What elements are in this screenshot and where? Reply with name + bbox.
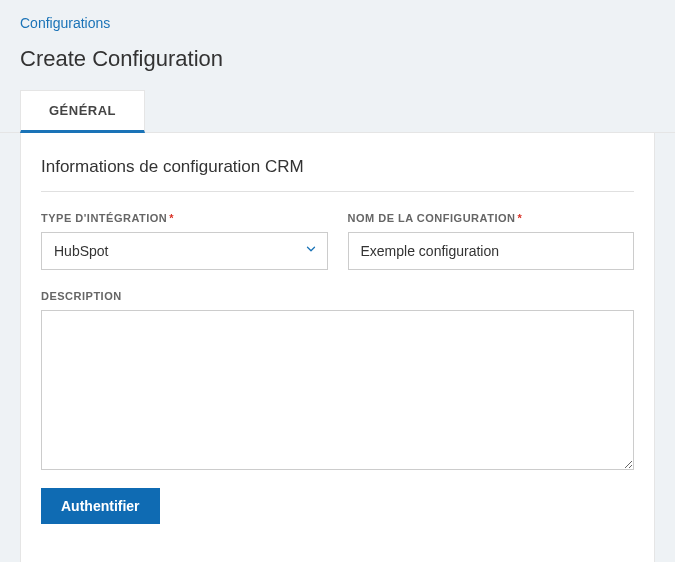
breadcrumb-link-configurations[interactable]: Configurations: [20, 15, 110, 31]
label-text: TYPE D'INTÉGRATION: [41, 212, 167, 224]
required-marker: *: [517, 212, 522, 224]
section-title: Informations de configuration CRM: [41, 157, 634, 192]
panel-general: Informations de configuration CRM TYPE D…: [20, 133, 655, 562]
required-marker: *: [169, 212, 174, 224]
integration-type-select[interactable]: [41, 232, 328, 270]
label-description: DESCRIPTION: [41, 290, 634, 302]
field-integration-type: TYPE D'INTÉGRATION*: [41, 212, 328, 270]
tabs: GÉNÉRAL: [0, 90, 675, 133]
config-name-input[interactable]: [348, 232, 635, 270]
label-config-name: NOM DE LA CONFIGURATION*: [348, 212, 635, 224]
description-textarea[interactable]: [41, 310, 634, 470]
field-config-name: NOM DE LA CONFIGURATION*: [348, 212, 635, 270]
page-title: Create Configuration: [0, 46, 675, 90]
label-text: NOM DE LA CONFIGURATION: [348, 212, 516, 224]
field-description: DESCRIPTION: [41, 290, 634, 470]
authenticate-button[interactable]: Authentifier: [41, 488, 160, 524]
label-integration-type: TYPE D'INTÉGRATION*: [41, 212, 328, 224]
tab-general[interactable]: GÉNÉRAL: [20, 90, 145, 133]
breadcrumb: Configurations: [0, 14, 675, 46]
